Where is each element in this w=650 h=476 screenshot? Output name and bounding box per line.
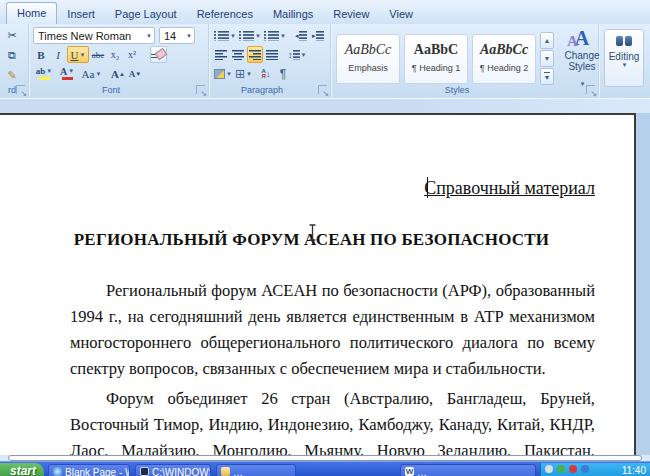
document-line[interactable]: 1994 г., на сегодняшний день является ед… (70, 304, 595, 330)
styles-group-label: Styles (330, 84, 584, 97)
font-dialog-launcher-icon[interactable] (196, 85, 205, 94)
chevron-down-icon: ▼ (80, 52, 86, 58)
copy-icon: ⧉ (8, 49, 16, 62)
system-tray: 11:40 (540, 463, 650, 476)
style-preview: AaBbCc (337, 40, 399, 60)
show-hide-marks-button[interactable]: ¶ (275, 65, 291, 82)
tab-view[interactable]: View (379, 4, 423, 24)
tab-insert[interactable]: Insert (57, 4, 105, 24)
multilevel-list-icon (268, 31, 279, 41)
taskbar-clock[interactable]: 11:40 (622, 465, 646, 476)
paragraph-2: Форум объединяет 26 стран (Австралию, Ба… (70, 386, 595, 455)
font-size-select[interactable]: 14 ▼ (159, 27, 195, 44)
editing-button[interactable]: Editing ▼ (604, 29, 644, 87)
line-spacing-button[interactable]: ↕▼ (287, 46, 307, 63)
document-subtitle[interactable]: Справочный материал (70, 177, 595, 199)
strikethrough-button[interactable]: abc (90, 46, 106, 63)
align-left-icon (215, 49, 227, 60)
font-color-button[interactable]: A▼ (56, 65, 78, 82)
style-card-heading1[interactable]: AaBbC ¶ Heading 1 (404, 34, 468, 84)
styles-dialog-launcher-icon[interactable] (586, 85, 595, 94)
paint-bucket-icon (214, 69, 225, 79)
document-line[interactable]: многостороннего общерегионального полити… (70, 330, 595, 356)
highlight-color-button[interactable]: ab▼ (33, 65, 55, 82)
taskbar-button-folder[interactable]: … (216, 464, 296, 476)
shading-button[interactable]: ▼ (213, 65, 233, 82)
styles-scroll-down-button[interactable]: ▼ (540, 50, 554, 67)
sort-button[interactable]: АЯ ↓ (258, 65, 274, 82)
change-case-label: Aa (82, 68, 95, 80)
numbering-button[interactable]: ▼ (238, 27, 262, 44)
tab-page-layout[interactable]: Page Layout (105, 4, 187, 24)
paragraph-1: Региональный форум АСЕАН по безопасности… (70, 278, 595, 382)
eraser-icon (151, 49, 166, 61)
taskbar-button-explorer-window[interactable]: C:\WINDOWS\… (135, 464, 211, 476)
grow-font-button[interactable]: A▲ (110, 65, 126, 82)
document-line[interactable]: Форум объединяет 26 стран (Австралию, Ба… (70, 386, 595, 412)
tray-icon-blue[interactable] (581, 465, 589, 473)
copy-button[interactable]: ⧉ (4, 47, 20, 64)
style-card-heading2[interactable]: AaBbCc ¶ Heading 2 (472, 34, 536, 84)
underline-label: U (71, 49, 79, 61)
style-card-emphasis[interactable]: AaBbCc Emphasis (336, 34, 400, 84)
format-painter-button[interactable]: ✎ (4, 67, 20, 84)
cut-button[interactable]: ✂ (4, 27, 20, 44)
align-center-button[interactable] (230, 46, 246, 63)
bullets-button[interactable]: ▼ (213, 27, 237, 44)
style-name: Emphasis (337, 63, 399, 73)
paragraph-dialog-launcher-icon[interactable] (318, 85, 327, 94)
chevron-down-icon: ▼ (186, 33, 192, 39)
document-page[interactable]: Справочный материал РЕГИОНАЛЬНЫЙ ФОРУМ А… (0, 113, 636, 455)
folder-icon (221, 467, 230, 476)
lines-icon (299, 31, 307, 41)
clear-formatting-button[interactable] (150, 46, 167, 63)
italic-button[interactable]: I (50, 46, 66, 63)
tray-icon-green[interactable] (557, 465, 565, 473)
multilevel-list-button[interactable]: ▼ (263, 27, 287, 44)
start-button[interactable]: start (0, 463, 44, 476)
bullet-list-icon (218, 31, 229, 41)
clipboard-dialog-launcher-icon[interactable] (16, 85, 25, 94)
tray-icon-gray[interactable] (545, 465, 553, 473)
tray-icon-red[interactable] (569, 465, 577, 473)
tab-references[interactable]: References (187, 4, 263, 24)
subscript-button[interactable]: x₂ (107, 46, 123, 63)
font-color-swatch (62, 77, 73, 80)
font-name-select[interactable]: Times New Roman ▼ (33, 27, 155, 44)
arrow-down-icon: ▼ (135, 71, 141, 77)
bold-button[interactable]: B (33, 46, 49, 63)
align-left-button[interactable] (213, 46, 229, 63)
document-line[interactable]: Восточный Тимор, Индию, Индонезию, Камбо… (70, 412, 595, 438)
chevron-down-icon: ▼ (230, 33, 236, 39)
scissors-icon: ✂ (7, 29, 16, 42)
document-line[interactable]: спектру вопросов, связанных с обеспечени… (70, 356, 595, 382)
justify-button[interactable] (264, 46, 280, 63)
chevron-down-icon: ▼ (95, 71, 101, 77)
increase-indent-button[interactable]: ▸ (310, 27, 326, 44)
styles-scroll-up-button[interactable]: ▲ (540, 32, 554, 49)
more-gallery-icon: ▼ (544, 72, 551, 81)
underline-button[interactable]: U ▼ (67, 46, 89, 63)
justify-icon (266, 49, 278, 60)
decrease-indent-button[interactable]: ◂ (293, 27, 309, 44)
borders-grid-icon: ⊞ (235, 67, 245, 81)
change-case-button[interactable]: Aa▼ (79, 65, 104, 82)
styles-group: AaBbCc Emphasis AaBbC ¶ Heading 1 AaBbCc… (330, 24, 599, 97)
borders-button[interactable]: ⊞▼ (234, 65, 253, 82)
tab-review[interactable]: Review (323, 4, 379, 24)
paragraph-group-label: Paragraph (208, 84, 316, 97)
taskbar-button-word-document[interactable]: W … (400, 464, 536, 476)
align-right-button[interactable] (247, 46, 263, 63)
taskbar-button-ie[interactable]: Blank Page - W… (48, 464, 130, 476)
document-line[interactable]: Региональный форум АСЕАН по безопасности… (70, 278, 595, 304)
chevron-down-icon: ▼ (226, 71, 232, 77)
document-line[interactable]: Лаос, Малайзию, Монголию, Мьянму, Новую … (70, 438, 595, 455)
superscript-button[interactable]: x² (124, 46, 140, 63)
tab-home[interactable]: Home (6, 2, 57, 24)
binoculars-icon (616, 36, 632, 46)
tab-mailings[interactable]: Mailings (263, 4, 323, 24)
mouse-ibeam-cursor (308, 224, 317, 245)
styles-gallery-more-button[interactable]: ▼ (540, 68, 554, 85)
lines-icon (316, 31, 324, 41)
shrink-font-button[interactable]: A▼ (127, 65, 143, 82)
